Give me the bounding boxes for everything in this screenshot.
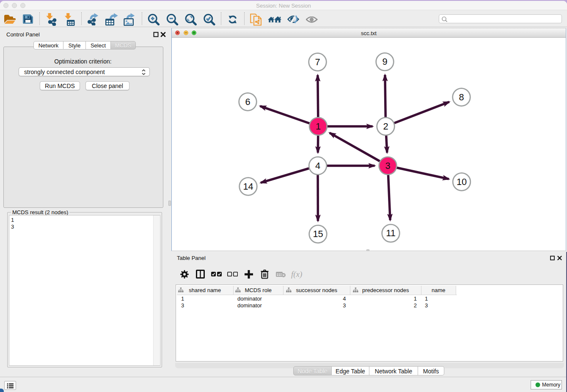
svg-text:14: 14 (243, 181, 253, 192)
svg-text:1: 1 (316, 121, 321, 132)
svg-text:3: 3 (385, 160, 390, 171)
svg-text:2: 2 (383, 121, 388, 132)
svg-text:15: 15 (313, 229, 323, 239)
svg-text:7: 7 (315, 57, 320, 67)
svg-text:9: 9 (382, 56, 387, 67)
svg-text:6: 6 (245, 97, 250, 107)
svg-text:8: 8 (459, 92, 464, 102)
svg-text:10: 10 (457, 177, 467, 187)
svg-text:4: 4 (315, 160, 320, 171)
svg-text:11: 11 (386, 228, 396, 238)
